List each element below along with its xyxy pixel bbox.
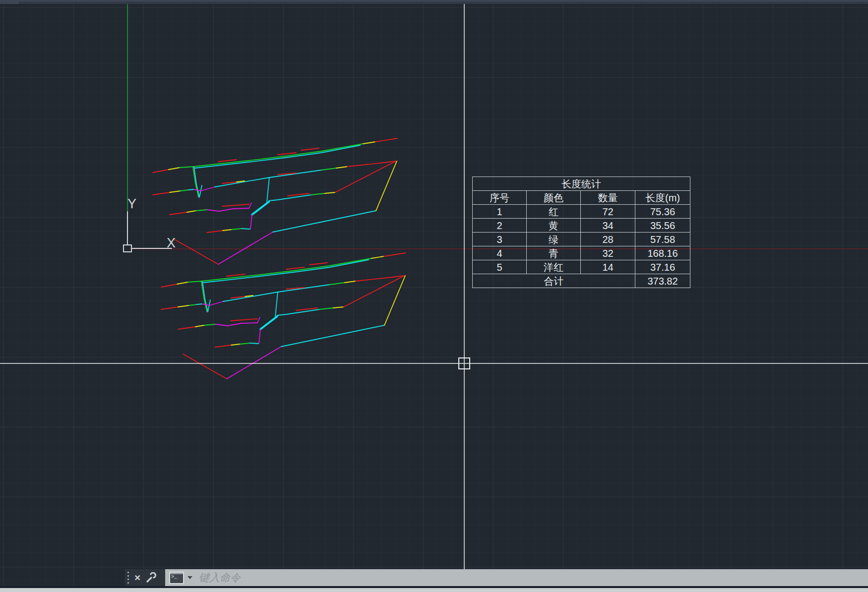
table-total-row: 合计 373.82 [473, 274, 690, 288]
bottom-edge-strip [0, 588, 868, 592]
table-title-row: 长度统计 [473, 177, 690, 191]
cell-qty: 28 [581, 233, 635, 246]
cell-qty: 34 [581, 219, 635, 233]
table-title: 长度统计 [473, 177, 690, 191]
cell-no: 3 [473, 233, 527, 246]
command-bar[interactable]: × >_ 键入命令 [125, 569, 868, 586]
total-label: 合计 [473, 274, 635, 288]
cell-length: 35.56 [635, 219, 690, 233]
table-row: 3 绿 28 57.58 [473, 233, 690, 246]
ucs-y-axis-label: Y [127, 197, 136, 211]
cell-no: 2 [473, 219, 527, 233]
cell-no: 4 [473, 246, 527, 260]
close-icon[interactable]: × [134, 569, 140, 586]
cell-length: 168.16 [635, 246, 690, 260]
table-row: 2 黄 34 35.56 [473, 219, 690, 233]
table-row: 4 青 32 168.16 [473, 246, 690, 260]
cell-length: 37.16 [635, 260, 690, 274]
cell-no: 1 [473, 205, 527, 219]
header-no: 序号 [473, 191, 527, 205]
header-length: 长度(m) [635, 191, 690, 205]
cell-qty: 32 [581, 246, 635, 260]
cell-no: 5 [473, 260, 527, 274]
cell-length: 57.58 [635, 233, 690, 246]
top-edge-strip-inner [19, 1, 868, 4]
table-header-row: 序号 颜色 数量 长度(m) [473, 191, 690, 205]
cell-color: 绿 [527, 233, 581, 246]
header-qty: 数量 [581, 191, 635, 205]
command-prompt-icon[interactable]: >_ [169, 572, 184, 584]
cell-length: 75.36 [635, 205, 690, 219]
model-space-canvas[interactable] [0, 4, 868, 588]
command-input-area[interactable]: >_ 键入命令 [165, 569, 868, 586]
application-window: Y X 长度统计 序号 颜色 数量 长度(m) 1 红 72 75.36 2 黄… [0, 0, 868, 592]
cell-color: 红 [527, 205, 581, 219]
table-row: 5 洋红 14 37.16 [473, 260, 690, 274]
cell-qty: 72 [581, 205, 635, 219]
table-row: 1 红 72 75.36 [473, 205, 690, 219]
cell-qty: 14 [581, 260, 635, 274]
length-statistics-table: 长度统计 序号 颜色 数量 长度(m) 1 红 72 75.36 2 黄 34 … [472, 177, 690, 288]
chevron-down-icon[interactable] [187, 576, 192, 579]
customize-wrench-icon[interactable] [145, 572, 156, 583]
ucs-x-axis-label: X [167, 237, 176, 250]
drag-handle-icon[interactable] [127, 572, 129, 584]
total-value: 373.82 [635, 274, 690, 288]
cell-color: 黄 [527, 219, 581, 233]
top-edge-strip [0, 0, 868, 4]
command-input-placeholder[interactable]: 键入命令 [199, 571, 241, 585]
header-color: 颜色 [527, 191, 581, 205]
cell-color: 洋红 [527, 260, 581, 274]
command-bar-toolbar: × [125, 569, 165, 586]
cell-color: 青 [527, 246, 581, 260]
